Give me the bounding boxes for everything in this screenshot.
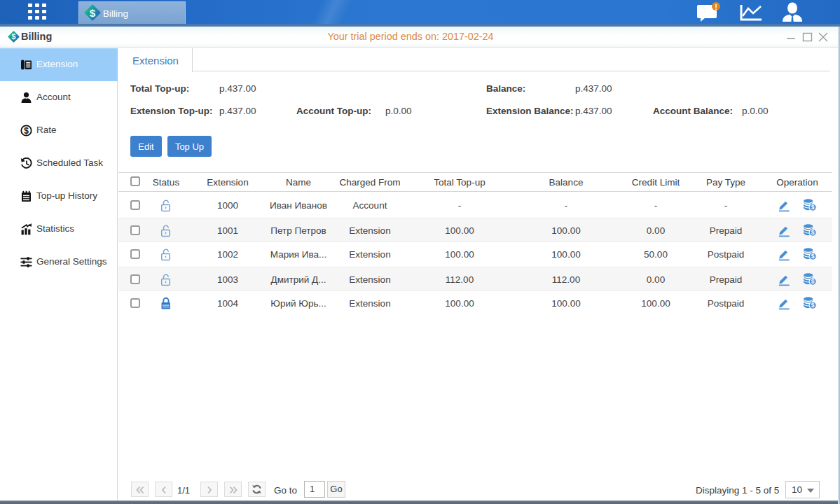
svg-text:$: $ [811, 229, 815, 236]
svg-text:$: $ [811, 253, 815, 260]
svg-text:!: ! [715, 3, 717, 11]
svg-text:$: $ [90, 7, 96, 19]
svg-text:$: $ [811, 278, 815, 285]
svg-text:$: $ [811, 302, 815, 309]
svg-text:$: $ [811, 204, 815, 211]
svg-text:$: $ [24, 126, 29, 136]
